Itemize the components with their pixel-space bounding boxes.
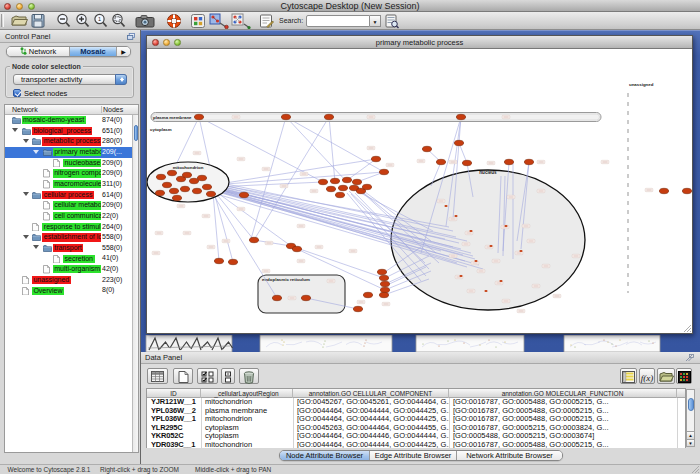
tree-expand-icon[interactable] xyxy=(33,150,39,154)
open-folder-icon[interactable] xyxy=(11,13,28,29)
network-node[interactable] xyxy=(182,172,191,177)
tree-row[interactable]: response to stimul264(0) xyxy=(5,222,133,233)
network-node[interactable] xyxy=(197,175,206,180)
network-node[interactable] xyxy=(156,174,165,179)
network-node[interactable] xyxy=(342,177,351,182)
network-label[interactable]: unassigned xyxy=(32,276,71,284)
tree-scrollbar[interactable] xyxy=(132,115,138,452)
network-label[interactable]: Overview xyxy=(32,287,64,295)
float-data-panel-icon[interactable] xyxy=(685,354,694,362)
table-column-header[interactable]: _cellularLayoutRegion xyxy=(201,389,293,398)
network-node[interactable] xyxy=(155,190,164,195)
network-node[interactable] xyxy=(330,178,339,183)
network-nodes-icon[interactable] xyxy=(231,13,251,29)
camera-icon[interactable] xyxy=(135,13,155,29)
tree-row[interactable]: establishment of lo558(0) xyxy=(5,232,133,243)
network-node[interactable] xyxy=(194,114,203,119)
tree-row[interactable]: metabolic process280(0) xyxy=(5,136,133,147)
network-node[interactable] xyxy=(338,185,347,190)
table-row[interactable]: YPL036W__1mitochondrion[GO:0044464, GO:0… xyxy=(147,415,685,424)
network-node[interactable] xyxy=(272,295,281,300)
import-attributes-icon[interactable] xyxy=(657,368,675,384)
tree-expand-icon[interactable] xyxy=(23,235,29,239)
tree-row[interactable]: Overview8(0) xyxy=(5,285,133,296)
search-input[interactable] xyxy=(306,15,370,27)
network-node[interactable] xyxy=(524,159,533,164)
table-row[interactable]: YJR121W__1mitochondrion[GO:0045267, GO:0… xyxy=(147,398,685,407)
network-node[interactable] xyxy=(324,114,333,119)
table-row[interactable]: YKR052Ccytoplasm[GO:0044464, GO:0044446,… xyxy=(147,432,685,441)
zoom-fit-icon[interactable]: 1 xyxy=(93,13,109,29)
table-row[interactable]: YDR039C__1mitochondrion[GO:0044464, GO:0… xyxy=(147,441,685,448)
save-icon[interactable] xyxy=(31,13,45,29)
network-node[interactable] xyxy=(682,188,691,193)
scroll-down-icon[interactable]: ▼ xyxy=(687,439,694,447)
network-node[interactable] xyxy=(249,237,258,242)
tree-row[interactable]: multi-organism pro42(0) xyxy=(5,264,133,275)
tab-network-attribute-browser[interactable]: Network Attribute Browser xyxy=(457,451,562,460)
network-node[interactable] xyxy=(379,169,388,174)
network-node[interactable] xyxy=(504,159,513,164)
network-node[interactable] xyxy=(379,292,388,297)
network-node[interactable] xyxy=(167,170,176,175)
network-label[interactable]: secretion xyxy=(63,255,94,263)
tree-row[interactable]: biological_process651(0) xyxy=(5,126,133,137)
tree-row[interactable]: secretion41(0) xyxy=(5,253,133,264)
tree-column-nodes[interactable]: Nodes xyxy=(103,105,123,115)
network-node[interactable] xyxy=(659,188,668,193)
tab-network[interactable]: Network xyxy=(7,47,70,56)
network-label[interactable]: metabolic process xyxy=(42,137,101,145)
tab-node-attribute-browser[interactable]: Node Attribute Browser xyxy=(280,451,370,460)
attribute-columns-icon[interactable] xyxy=(221,368,235,384)
network-canvas[interactable]: nucleusendoplasmic reticulumplasma membr… xyxy=(147,49,692,333)
network-node[interactable] xyxy=(352,179,361,184)
network-node[interactable] xyxy=(422,146,431,151)
network-node[interactable] xyxy=(214,258,223,263)
network-label[interactable]: cellular process xyxy=(42,191,94,199)
network-node[interactable] xyxy=(180,186,189,191)
network-label[interactable]: macromolecule xyxy=(53,180,101,188)
tree-row[interactable]: primary metabo209(... xyxy=(5,147,133,158)
table-column-header[interactable]: annotation.GO MOLECULAR_FUNCTION xyxy=(449,389,677,398)
tree-row[interactable]: transport558(0) xyxy=(5,243,133,254)
tree-expand-icon[interactable] xyxy=(33,245,39,249)
tree-scrollbar-thumb[interactable] xyxy=(134,125,139,141)
network-label[interactable]: nitrogen compo xyxy=(53,169,101,177)
table-scrollbar[interactable]: ▲ ▼ xyxy=(686,389,695,447)
tab-overflow-button[interactable]: ▶ xyxy=(117,47,130,56)
network-node[interactable] xyxy=(456,114,465,119)
network-window-titlebar[interactable]: primary metabolic process xyxy=(147,36,692,49)
network-label[interactable]: mosaic-demo-yeast xyxy=(22,116,86,124)
network-node[interactable] xyxy=(318,179,327,184)
network-node[interactable] xyxy=(281,114,290,119)
network-node[interactable] xyxy=(335,192,344,197)
network-node[interactable] xyxy=(172,195,181,200)
network-label[interactable]: primary metabo xyxy=(53,148,101,156)
tab-mosaic[interactable]: Mosaic xyxy=(70,47,117,56)
tree-row[interactable]: cellular metabo209(0) xyxy=(5,200,133,211)
attribute-table-icon[interactable] xyxy=(147,368,168,384)
network-label[interactable]: cellular metabo xyxy=(53,201,101,209)
network-label[interactable]: nucleobase- xyxy=(63,159,101,167)
network-node[interactable] xyxy=(206,191,215,196)
tree-expand-icon[interactable] xyxy=(23,192,29,196)
select-attributes-icon[interactable] xyxy=(197,368,218,384)
network-label[interactable]: cell communicat xyxy=(53,212,101,220)
network-node[interactable] xyxy=(371,156,380,161)
plugin-grid-icon[interactable] xyxy=(190,13,206,29)
window-resize-grip[interactable] xyxy=(683,324,692,333)
network-node[interactable] xyxy=(301,295,310,300)
network-node[interactable] xyxy=(380,287,389,292)
network-node[interactable] xyxy=(189,178,198,183)
zoom-in-icon[interactable] xyxy=(75,13,90,29)
network-node[interactable] xyxy=(192,188,201,193)
tree-row[interactable]: cell communicat22(0) xyxy=(5,211,133,222)
vizmapper-icon[interactable] xyxy=(166,13,182,29)
tab-edge-attribute-browser[interactable]: Edge Attribute Browser xyxy=(370,451,457,460)
network-node[interactable] xyxy=(292,246,301,251)
advanced-search-icon[interactable] xyxy=(385,13,399,29)
tree-row[interactable]: nucleobase-209(0) xyxy=(5,158,133,169)
tree-expand-icon[interactable] xyxy=(23,139,29,143)
new-attribute-icon[interactable] xyxy=(173,368,193,384)
network-node[interactable] xyxy=(454,140,463,145)
